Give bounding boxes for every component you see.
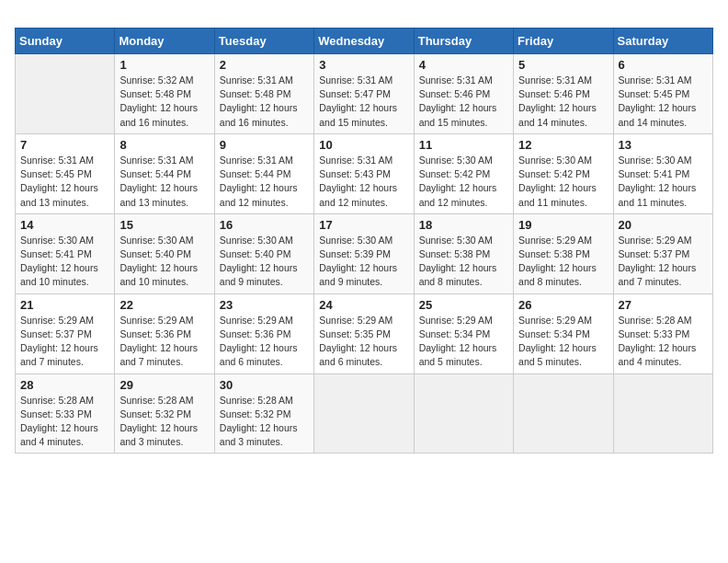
day-number: 8 [119,138,209,152]
calendar-cell: 14Sunrise: 5:30 AMSunset: 5:41 PMDayligh… [16,213,115,293]
day-info: Sunrise: 5:30 AMSunset: 5:39 PMDaylight:… [319,234,408,290]
day-number: 22 [119,298,209,312]
day-number: 11 [419,138,508,152]
week-row-4: 21Sunrise: 5:29 AMSunset: 5:37 PMDayligh… [16,293,713,373]
col-header-monday: Monday [115,29,214,54]
day-info: Sunrise: 5:30 AMSunset: 5:38 PMDaylight:… [419,234,508,290]
day-info: Sunrise: 5:28 AMSunset: 5:32 PMDaylight:… [220,394,309,450]
day-number: 14 [20,218,109,232]
day-number: 18 [419,218,508,232]
calendar-cell [514,373,613,454]
calendar-cell: 13Sunrise: 5:30 AMSunset: 5:41 PMDayligh… [613,133,712,213]
day-info: Sunrise: 5:32 AMSunset: 5:48 PMDaylight:… [119,74,209,130]
day-number: 12 [518,138,608,152]
calendar-cell: 7Sunrise: 5:31 AMSunset: 5:45 PMDaylight… [16,133,115,213]
calendar-cell: 2Sunrise: 5:31 AMSunset: 5:48 PMDaylight… [214,54,313,134]
calendar-cell [314,373,414,454]
calendar-cell: 20Sunrise: 5:29 AMSunset: 5:37 PMDayligh… [613,213,712,293]
calendar-cell [16,54,115,134]
day-number: 21 [20,298,109,312]
day-info: Sunrise: 5:31 AMSunset: 5:46 PMDaylight:… [518,74,608,130]
day-info: Sunrise: 5:28 AMSunset: 5:32 PMDaylight:… [119,394,209,450]
calendar-cell: 26Sunrise: 5:29 AMSunset: 5:34 PMDayligh… [514,293,613,373]
day-number: 3 [319,58,408,72]
calendar-cell: 19Sunrise: 5:29 AMSunset: 5:38 PMDayligh… [514,213,613,293]
calendar-cell: 24Sunrise: 5:29 AMSunset: 5:35 PMDayligh… [314,293,414,373]
day-number: 29 [119,378,209,392]
day-info: Sunrise: 5:31 AMSunset: 5:45 PMDaylight:… [619,74,708,130]
day-info: Sunrise: 5:31 AMSunset: 5:47 PMDaylight:… [319,74,408,130]
day-info: Sunrise: 5:31 AMSunset: 5:46 PMDaylight:… [419,74,508,130]
calendar-cell [613,373,712,454]
col-header-thursday: Thursday [414,29,513,54]
day-info: Sunrise: 5:31 AMSunset: 5:45 PMDaylight:… [20,154,109,210]
day-info: Sunrise: 5:28 AMSunset: 5:33 PMDaylight:… [619,314,708,370]
day-info: Sunrise: 5:30 AMSunset: 5:40 PMDaylight:… [119,234,209,290]
week-row-5: 28Sunrise: 5:28 AMSunset: 5:33 PMDayligh… [16,373,713,454]
calendar-cell: 29Sunrise: 5:28 AMSunset: 5:32 PMDayligh… [115,373,214,454]
day-number: 6 [619,58,708,72]
calendar-header-row: SundayMondayTuesdayWednesdayThursdayFrid… [16,29,713,54]
day-number: 17 [319,218,408,232]
col-header-friday: Friday [514,29,613,54]
day-info: Sunrise: 5:29 AMSunset: 5:37 PMDaylight:… [20,314,109,370]
day-number: 15 [119,218,209,232]
day-info: Sunrise: 5:30 AMSunset: 5:42 PMDaylight:… [518,154,608,210]
col-header-wednesday: Wednesday [314,29,414,54]
day-info: Sunrise: 5:29 AMSunset: 5:35 PMDaylight:… [319,314,408,370]
calendar-cell: 30Sunrise: 5:28 AMSunset: 5:32 PMDayligh… [214,373,313,454]
day-number: 7 [20,138,109,152]
day-info: Sunrise: 5:28 AMSunset: 5:33 PMDaylight:… [20,394,109,450]
day-number: 20 [619,218,708,232]
day-number: 26 [518,298,608,312]
calendar-cell: 17Sunrise: 5:30 AMSunset: 5:39 PMDayligh… [314,213,414,293]
calendar-cell: 28Sunrise: 5:28 AMSunset: 5:33 PMDayligh… [16,373,115,454]
calendar-table: SundayMondayTuesdayWednesdayThursdayFrid… [15,28,713,454]
calendar-cell: 6Sunrise: 5:31 AMSunset: 5:45 PMDaylight… [613,54,712,134]
week-row-1: 1Sunrise: 5:32 AMSunset: 5:48 PMDaylight… [16,54,713,134]
day-number: 9 [220,138,309,152]
col-header-saturday: Saturday [613,29,712,54]
day-number: 28 [20,378,109,392]
calendar-cell: 3Sunrise: 5:31 AMSunset: 5:47 PMDaylight… [314,54,414,134]
day-number: 30 [220,378,309,392]
day-info: Sunrise: 5:30 AMSunset: 5:41 PMDaylight:… [619,154,708,210]
day-info: Sunrise: 5:29 AMSunset: 5:36 PMDaylight:… [220,314,309,370]
day-number: 19 [518,218,608,232]
page-header: General Blue [15,15,713,17]
calendar-cell: 8Sunrise: 5:31 AMSunset: 5:44 PMDaylight… [115,133,214,213]
day-number: 5 [518,58,608,72]
day-number: 13 [619,138,708,152]
calendar-cell: 12Sunrise: 5:30 AMSunset: 5:42 PMDayligh… [514,133,613,213]
day-info: Sunrise: 5:29 AMSunset: 5:37 PMDaylight:… [619,234,708,290]
calendar-cell: 1Sunrise: 5:32 AMSunset: 5:48 PMDaylight… [115,54,214,134]
day-number: 24 [319,298,408,312]
day-number: 1 [119,58,209,72]
day-number: 4 [419,58,508,72]
day-number: 10 [319,138,408,152]
day-number: 16 [220,218,309,232]
calendar-cell: 18Sunrise: 5:30 AMSunset: 5:38 PMDayligh… [414,213,513,293]
day-info: Sunrise: 5:31 AMSunset: 5:48 PMDaylight:… [220,74,309,130]
day-info: Sunrise: 5:30 AMSunset: 5:42 PMDaylight:… [419,154,508,210]
calendar-cell: 15Sunrise: 5:30 AMSunset: 5:40 PMDayligh… [115,213,214,293]
day-number: 25 [419,298,508,312]
calendar-cell: 10Sunrise: 5:31 AMSunset: 5:43 PMDayligh… [314,133,414,213]
col-header-tuesday: Tuesday [214,29,313,54]
calendar-cell [414,373,513,454]
day-number: 23 [220,298,309,312]
day-info: Sunrise: 5:31 AMSunset: 5:43 PMDaylight:… [319,154,408,210]
day-info: Sunrise: 5:29 AMSunset: 5:38 PMDaylight:… [518,234,608,290]
day-info: Sunrise: 5:30 AMSunset: 5:41 PMDaylight:… [20,234,109,290]
col-header-sunday: Sunday [16,29,115,54]
calendar-cell: 9Sunrise: 5:31 AMSunset: 5:44 PMDaylight… [214,133,313,213]
calendar-cell: 25Sunrise: 5:29 AMSunset: 5:34 PMDayligh… [414,293,513,373]
day-info: Sunrise: 5:30 AMSunset: 5:40 PMDaylight:… [220,234,309,290]
day-number: 27 [619,298,708,312]
day-info: Sunrise: 5:29 AMSunset: 5:34 PMDaylight:… [518,314,608,370]
calendar-cell: 16Sunrise: 5:30 AMSunset: 5:40 PMDayligh… [214,213,313,293]
day-info: Sunrise: 5:29 AMSunset: 5:34 PMDaylight:… [419,314,508,370]
day-info: Sunrise: 5:31 AMSunset: 5:44 PMDaylight:… [119,154,209,210]
calendar-cell: 22Sunrise: 5:29 AMSunset: 5:36 PMDayligh… [115,293,214,373]
week-row-2: 7Sunrise: 5:31 AMSunset: 5:45 PMDaylight… [16,133,713,213]
